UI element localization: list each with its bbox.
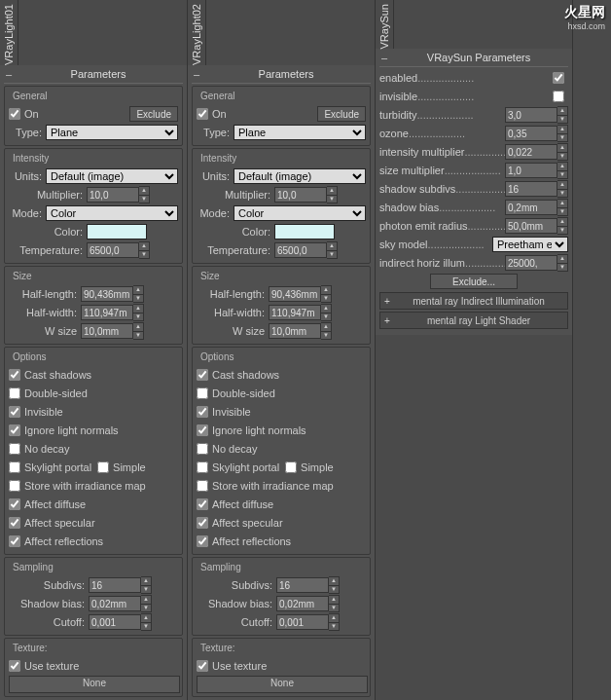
spinner-up-icon[interactable]: ▲: [133, 286, 143, 295]
spinner-down-icon[interactable]: ▼: [139, 196, 149, 203]
mode-select[interactable]: Color: [46, 205, 178, 221]
spinner-up-icon[interactable]: ▲: [133, 305, 143, 313]
half-length-input[interactable]: [81, 286, 133, 302]
half-length[interactable]: ▲▼: [81, 285, 144, 303]
rollout-mr-indirect[interactable]: +mental ray Indirect Illumination: [379, 292, 568, 310]
spinner-down-icon[interactable]: ▼: [329, 586, 339, 594]
collapse-icon[interactable]: –: [4, 68, 14, 80]
exclude-button[interactable]: Exclude...: [430, 274, 518, 289]
on-checkbox[interactable]: [9, 108, 20, 120]
intensity-multiplier-input[interactable]: [505, 144, 557, 160]
spinner-down-icon[interactable]: ▼: [133, 313, 143, 321]
rollout-mr-shader[interactable]: +mental ray Light Shader: [379, 312, 568, 329]
spinner-up-icon[interactable]: ▲: [557, 107, 567, 116]
multiplier-input[interactable]: [274, 187, 327, 203]
spinner-up-icon[interactable]: ▲: [327, 187, 337, 196]
multiplier[interactable]: ▲▼: [274, 186, 338, 203]
skylight-checkbox[interactable]: [197, 461, 208, 473]
wsize[interactable]: ▲▼: [81, 322, 144, 340]
temperature[interactable]: ▲▼: [87, 241, 150, 259]
spinner-down-icon[interactable]: ▼: [557, 153, 567, 161]
spinner-up-icon[interactable]: ▲: [321, 323, 331, 332]
shadow-bias[interactable]: ▲▼: [89, 595, 152, 612]
ignore-normals-checkbox[interactable]: [197, 424, 208, 436]
spinner-up-icon[interactable]: ▲: [141, 614, 151, 623]
ignore-normals-checkbox[interactable]: [9, 424, 20, 436]
store-irr-checkbox[interactable]: [9, 480, 20, 492]
spinner-down-icon[interactable]: ▼: [141, 586, 151, 594]
ozone[interactable]: ▲▼: [505, 125, 568, 142]
double-sided-checkbox[interactable]: [197, 387, 208, 399]
color-swatch[interactable]: [87, 224, 147, 239]
invisible-checkbox[interactable]: [197, 406, 208, 418]
photon-emit-radius[interactable]: ▲▼: [505, 217, 568, 235]
use-texture-checkbox[interactable]: [9, 660, 20, 672]
wsize-input[interactable]: [269, 323, 321, 339]
spinner-down-icon[interactable]: ▼: [321, 295, 331, 303]
simple-checkbox[interactable]: [285, 461, 297, 473]
spinner-down-icon[interactable]: ▼: [133, 332, 143, 340]
collapse-icon[interactable]: –: [379, 52, 389, 63]
size-multiplier-input[interactable]: [505, 163, 557, 178]
spinner-up-icon[interactable]: ▲: [329, 596, 339, 605]
temperature-input[interactable]: [274, 242, 327, 258]
spinner-down-icon[interactable]: ▼: [321, 313, 331, 321]
turbidity-input[interactable]: [505, 107, 557, 123]
units-select[interactable]: Default (image): [234, 168, 366, 184]
temperature[interactable]: ▲▼: [274, 241, 338, 259]
ozone-input[interactable]: [505, 126, 557, 141]
subdivs[interactable]: ▲▼: [276, 576, 340, 594]
shadow-subdivs[interactable]: ▲▼: [505, 180, 568, 198]
cast-shadows-checkbox[interactable]: [197, 369, 208, 381]
spinner-up-icon[interactable]: ▲: [557, 181, 567, 190]
shadow-bias[interactable]: ▲▼: [276, 595, 340, 612]
spinner-down-icon[interactable]: ▼: [329, 623, 339, 631]
spinner-up-icon[interactable]: ▲: [557, 200, 567, 208]
spinner-up-icon[interactable]: ▲: [329, 614, 339, 623]
half-length-input[interactable]: [269, 286, 321, 302]
spinner-up-icon[interactable]: ▲: [141, 577, 151, 586]
affect-reflections-checkbox[interactable]: [197, 535, 208, 547]
spinner-down-icon[interactable]: ▼: [327, 196, 337, 203]
subdivs[interactable]: ▲▼: [89, 576, 152, 594]
spinner-up-icon[interactable]: ▲: [557, 163, 567, 171]
texture-none-button[interactable]: None: [197, 676, 368, 693]
mode-select[interactable]: Color: [234, 205, 366, 221]
spinner-up-icon[interactable]: ▲: [141, 596, 151, 605]
store-irr-checkbox[interactable]: [197, 480, 208, 492]
affect-specular-checkbox[interactable]: [197, 517, 208, 529]
temperature-input[interactable]: [87, 242, 139, 258]
spinner-down-icon[interactable]: ▼: [133, 295, 143, 303]
spinner-down-icon[interactable]: ▼: [321, 332, 331, 340]
cutoff-input[interactable]: [276, 614, 329, 630]
tab-vraylight02[interactable]: VRayLight02: [188, 0, 206, 65]
affect-reflections-checkbox[interactable]: [9, 535, 20, 547]
spinner-down-icon[interactable]: ▼: [329, 605, 339, 612]
invisible-checkbox[interactable]: [9, 406, 20, 418]
photon-emit-radius-input[interactable]: [505, 218, 557, 234]
spinner-down-icon[interactable]: ▼: [139, 251, 149, 259]
spinner-down-icon[interactable]: ▼: [141, 623, 151, 631]
half-width-input[interactable]: [269, 305, 321, 320]
shadow-bias-input[interactable]: [89, 596, 141, 611]
spinner-down-icon[interactable]: ▼: [557, 264, 567, 272]
spinner-up-icon[interactable]: ▲: [321, 305, 331, 313]
spinner-up-icon[interactable]: ▲: [557, 255, 567, 264]
exclude-button[interactable]: Exclude: [317, 106, 366, 122]
affect-diffuse-checkbox[interactable]: [9, 498, 20, 510]
half-width[interactable]: ▲▼: [269, 304, 332, 321]
half-length[interactable]: ▲▼: [269, 285, 332, 303]
no-decay-checkbox[interactable]: [9, 443, 20, 455]
spinner-up-icon[interactable]: ▲: [139, 187, 149, 196]
type-select[interactable]: Plane: [234, 125, 366, 140]
spinner-down-icon[interactable]: ▼: [557, 116, 567, 124]
subdivs-input[interactable]: [89, 577, 141, 593]
color-swatch[interactable]: [274, 224, 335, 239]
type-select[interactable]: Plane: [46, 125, 178, 140]
cutoff[interactable]: ▲▼: [276, 613, 340, 631]
shadow-bias[interactable]: ▲▼: [505, 199, 568, 216]
simple-checkbox[interactable]: [97, 461, 109, 473]
indirect-horiz-illum-input[interactable]: [505, 255, 557, 271]
shadow-bias-input[interactable]: [276, 596, 329, 611]
units-select[interactable]: Default (image): [46, 168, 178, 184]
